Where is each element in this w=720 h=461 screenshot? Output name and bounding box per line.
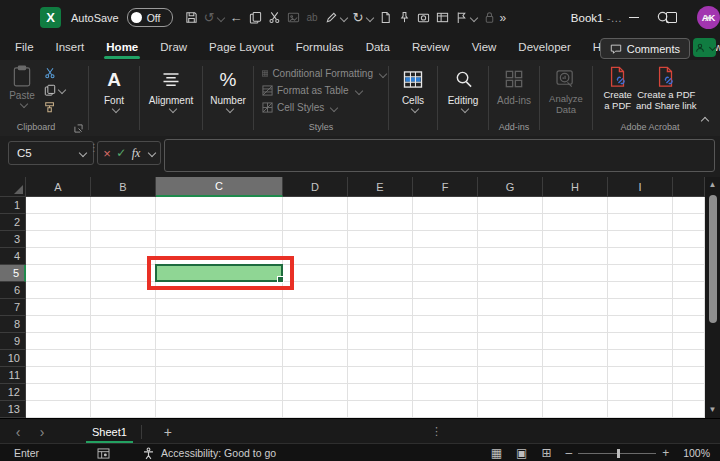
clipboard-dialog-launcher-icon[interactable] [74,124,83,133]
add-ins-button[interactable]: Add-ins Add-ins [491,60,537,136]
cell-styles-button[interactable]: Cell Styles [262,99,386,116]
clipboard-group: Paste Clipboard [0,60,86,136]
ribbon-tab-insert[interactable]: Insert [45,35,96,60]
column-header-D[interactable]: D [283,177,348,197]
ribbon-tab-review[interactable]: Review [401,35,461,60]
zoom-track[interactable] [578,453,656,454]
close-button[interactable]: × [692,0,720,35]
row-header-4[interactable]: 4 [0,248,26,265]
cut-button[interactable] [44,66,65,80]
vertical-scroll-thumb[interactable] [709,195,717,323]
cancel-button[interactable]: × [103,146,111,161]
format-as-table-button[interactable]: Format as Table [262,82,386,99]
normal-view-button[interactable]: ▦ [491,446,502,460]
sheet-tab-sheet1[interactable]: Sheet1 [80,420,139,444]
row-header-11[interactable]: 11 [0,367,26,384]
add-sheet-button[interactable]: + [158,424,178,440]
comments-button[interactable]: Comments [600,38,690,59]
row-header-3[interactable]: 3 [0,231,26,248]
camera-icon[interactable] [417,6,430,30]
macro-record-icon[interactable] [97,448,110,459]
column-header-F[interactable]: F [413,177,478,197]
zoom-slider[interactable]: – + [565,446,669,460]
row-header-5[interactable]: 5 [0,265,26,282]
column-header-B[interactable]: B [91,177,156,197]
row-header-12[interactable]: 12 [0,384,26,401]
prev-sheet-button[interactable]: ‹ [6,424,30,440]
ribbon-tab-home[interactable]: Home [95,35,149,60]
select-all-button[interactable] [0,177,26,197]
back-icon[interactable]: ← [230,6,243,30]
row-header-9[interactable]: 9 [0,333,26,350]
column-header-I[interactable]: I [608,177,673,197]
row-header-6[interactable]: 6 [0,282,26,299]
zoom-in-button[interactable]: + [662,446,669,460]
copy-icon[interactable] [249,6,262,30]
autosave-toggle[interactable]: Off [127,8,173,27]
cells-area[interactable] [26,197,705,418]
vertical-scrollbar[interactable]: ▲ ▼ [705,177,720,418]
enter-button[interactable]: ✓ [116,146,126,160]
status-bar-right: ▦ ▣ ⊞ – + 100% [491,446,710,460]
column-header-G[interactable]: G [478,177,543,197]
flag-icon[interactable] [455,6,477,30]
ribbon-tab-file[interactable]: File [4,35,45,60]
lock-icon[interactable] [483,6,496,30]
zoom-out-button[interactable]: – [565,446,572,460]
editing-group-button[interactable]: Editing [440,60,486,136]
save-icon[interactable] [185,6,198,30]
cells-group-button[interactable]: Cells [391,60,435,136]
toolbar-overflow-icon[interactable]: » [500,11,507,25]
row-header-10[interactable]: 10 [0,350,26,367]
accessibility-status[interactable]: Accessibility: Good to go [142,447,276,460]
zoom-percent[interactable]: 100% [683,447,710,459]
column-header-A[interactable]: A [26,177,91,197]
redo-icon[interactable]: ↻ [353,6,373,30]
column-header-E[interactable]: E [348,177,413,197]
insert-function-button[interactable]: fx [132,146,141,161]
row-header-2[interactable]: 2 [0,214,26,231]
picture-icon[interactable] [287,6,300,30]
minimize-button[interactable] [618,0,650,35]
scroll-up-icon[interactable]: ▲ [709,177,717,193]
analyze-data-button[interactable]: Analyze Data [542,60,590,136]
format-painter-button[interactable] [44,100,65,114]
copy-button[interactable] [44,83,65,97]
ribbon-tab-formulas[interactable]: Formulas [285,35,355,60]
row-header-8[interactable]: 8 [0,316,26,333]
cut-icon[interactable] [268,6,281,30]
replace-text-icon[interactable]: ab [306,6,319,30]
ribbon-tab-view[interactable]: View [461,35,508,60]
ribbon-tab-draw[interactable]: Draw [149,35,198,60]
row-header-13[interactable]: 13 [0,401,26,418]
ribbon-tab-developer[interactable]: Developer [507,35,581,60]
maximize-button[interactable] [655,0,687,35]
table-icon[interactable] [436,6,449,30]
pin-icon[interactable] [398,6,411,30]
column-header-H[interactable]: H [543,177,608,197]
share-button[interactable] [693,38,716,57]
ribbon-tab-page-layout[interactable]: Page Layout [198,35,285,60]
number-group-button[interactable]: % Number [205,60,251,136]
scroll-down-icon[interactable]: ▼ [709,402,717,418]
new-file-icon[interactable] [379,6,392,30]
ribbon-tab-data[interactable]: Data [355,35,401,60]
row-header-7[interactable]: 7 [0,299,26,316]
conditional-formatting-button[interactable]: Conditional Formatting [262,65,386,82]
formula-input[interactable] [164,139,715,172]
column-header-partial[interactable] [673,177,705,197]
zoom-thumb[interactable] [617,449,620,458]
column-header-C[interactable]: C [156,177,283,197]
page-break-view-button[interactable]: ⊞ [541,446,551,460]
chevron-down-icon [330,103,338,111]
collapse-ribbon-button[interactable] [699,110,708,128]
next-sheet-button[interactable]: › [30,424,54,440]
font-group-button[interactable]: A Font [91,60,137,136]
row-header-1[interactable]: 1 [0,197,26,214]
alignment-group-button[interactable]: Alignment [142,60,200,136]
undo-icon[interactable]: ↺ [204,6,224,30]
more-options-icon[interactable]: ⋮ [431,425,442,438]
ink-icon[interactable] [325,6,347,30]
name-box[interactable]: C5 [8,141,94,165]
page-layout-view-button[interactable]: ▣ [516,446,527,460]
